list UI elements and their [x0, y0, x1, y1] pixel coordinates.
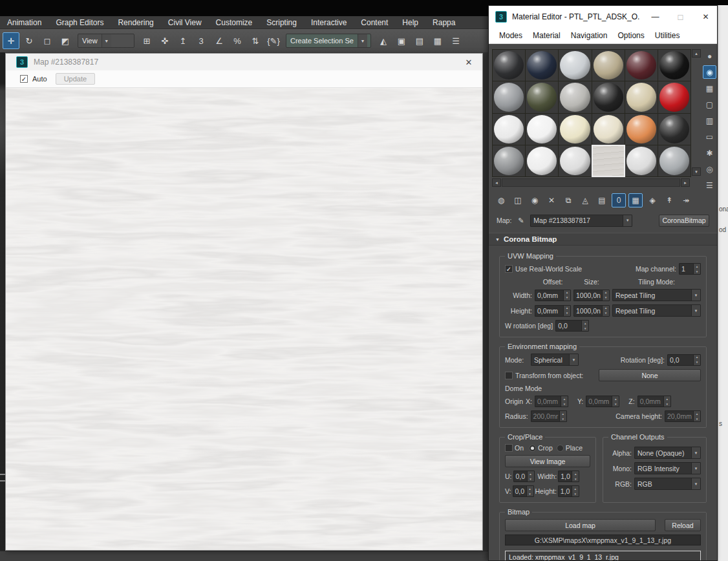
- environment-mode-dropdown[interactable]: Spherical: [531, 354, 579, 366]
- make-preview-icon[interactable]: ▭: [703, 130, 716, 143]
- crop-radio[interactable]: [529, 445, 536, 452]
- menu-item-scripting[interactable]: Scripting: [259, 16, 304, 28]
- align-icon[interactable]: ▣: [393, 32, 410, 49]
- window-crossing-selection-icon[interactable]: ◩: [57, 32, 74, 49]
- rectangular-selection-region-icon[interactable]: ◻: [39, 32, 56, 49]
- options-icon[interactable]: ✱: [703, 146, 716, 160]
- show-end-result-icon[interactable]: ◈: [645, 193, 659, 207]
- sample-uv-tiling-icon[interactable]: ▢: [703, 98, 716, 111]
- material-slot[interactable]: [625, 81, 658, 112]
- material-editor-title-bar[interactable]: Material Editor - PTL_PTL_ADSK_O...: [489, 6, 717, 28]
- spinner-arrows-icon[interactable]: [563, 306, 570, 316]
- height-size-spinner[interactable]: 1000,0n: [573, 305, 610, 317]
- select-and-manipulate-icon[interactable]: ✜: [156, 32, 173, 49]
- material-slot[interactable]: [658, 50, 691, 81]
- assign-material-to-selection-icon[interactable]: ◉: [528, 193, 542, 207]
- crop-width-spinner[interactable]: 1,0: [558, 471, 579, 482]
- origin-y-spinner[interactable]: 0,0mm: [586, 396, 619, 407]
- material-slot[interactable]: [592, 114, 625, 145]
- toggle-layer-explorer-icon[interactable]: ▦: [429, 32, 446, 49]
- put-to-library-icon[interactable]: ▤: [595, 193, 609, 207]
- spinner-arrows-icon[interactable]: [572, 486, 579, 496]
- show-material-in-viewport-icon[interactable]: ▦: [628, 193, 643, 207]
- width-offset-spinner[interactable]: 0,0mm: [535, 290, 571, 301]
- material-slot[interactable]: [493, 50, 525, 81]
- spinner-snap-toggle-icon[interactable]: ⇅: [247, 32, 264, 49]
- menu-item-civil-view[interactable]: Civil View: [161, 16, 209, 28]
- toggle-scene-explorer-icon[interactable]: ▤: [411, 32, 428, 49]
- transform-object-none-button[interactable]: None: [599, 369, 701, 381]
- update-button[interactable]: Update: [56, 73, 95, 85]
- me-menu-material[interactable]: Material: [528, 31, 566, 40]
- material-slot[interactable]: [625, 145, 658, 176]
- spinner-arrows-icon[interactable]: [561, 396, 568, 407]
- spinner-arrows-icon[interactable]: [663, 396, 670, 407]
- material-slot[interactable]: [526, 114, 558, 145]
- material-slot[interactable]: [559, 81, 591, 112]
- alpha-dropdown[interactable]: None (Opaque): [634, 447, 701, 459]
- toggle-ribbon-icon[interactable]: ☰: [447, 32, 464, 49]
- material-slot[interactable]: [493, 145, 525, 176]
- radius-spinner[interactable]: 200,0mr: [531, 410, 567, 422]
- origin-x-spinner[interactable]: 0,0mm: [535, 396, 568, 407]
- reload-button[interactable]: Reload: [665, 519, 701, 531]
- menu-item-interactive[interactable]: Interactive: [304, 16, 354, 28]
- slots-scroll-right-button[interactable]: ►: [681, 178, 690, 187]
- transform-from-object-checkbox[interactable]: [505, 372, 513, 379]
- view-dropdown[interactable]: View▼: [78, 34, 134, 48]
- close-button[interactable]: [696, 9, 716, 25]
- view-image-button[interactable]: View Image: [505, 455, 590, 467]
- material-slot[interactable]: [559, 145, 591, 176]
- get-material-icon[interactable]: ◍: [494, 193, 508, 207]
- me-menu-modes[interactable]: Modes: [494, 31, 528, 40]
- snaps-toggle-3d-icon[interactable]: 3: [193, 32, 209, 49]
- use-real-world-scale-checkbox[interactable]: [505, 265, 513, 273]
- material-slot[interactable]: [592, 145, 625, 176]
- bitmap-status-box[interactable]: Loaded: xmppmax_v1_9_1_13_r.jpg: [505, 551, 701, 560]
- origin-z-spinner[interactable]: 0,0mm: [637, 396, 671, 407]
- slots-scroll-left-button[interactable]: ◄: [492, 178, 501, 187]
- material-slot[interactable]: [526, 81, 558, 112]
- select-and-place-icon[interactable]: ↥: [175, 32, 191, 49]
- v-spinner[interactable]: 0,0: [513, 485, 534, 497]
- u-spinner[interactable]: 0,0: [513, 471, 535, 482]
- map-name-dropdown[interactable]: Map #2138387817: [530, 215, 632, 227]
- spinner-arrows-icon[interactable]: [612, 396, 619, 407]
- minimize-button[interactable]: [645, 9, 665, 25]
- material-slot[interactable]: [625, 50, 658, 81]
- me-menu-utilities[interactable]: Utilities: [650, 31, 685, 40]
- material-slot[interactable]: [526, 145, 558, 176]
- material-slot[interactable]: [658, 145, 691, 176]
- spinner-arrows-icon[interactable]: [602, 290, 609, 301]
- me-menu-options[interactable]: Options: [612, 31, 649, 40]
- menu-item-content[interactable]: Content: [354, 16, 395, 28]
- backlight-icon[interactable]: ◉: [703, 65, 716, 79]
- material-slot[interactable]: [493, 81, 525, 112]
- material-slot[interactable]: [526, 50, 558, 81]
- material-slot[interactable]: [559, 50, 591, 81]
- menu-item-rendering[interactable]: Rendering: [111, 16, 160, 28]
- eyedropper-icon[interactable]: [516, 215, 526, 226]
- close-icon[interactable]: [459, 55, 478, 69]
- material-slot[interactable]: [559, 114, 591, 145]
- material-map-navigator-icon[interactable]: ☰: [703, 178, 716, 192]
- spinner-arrows-icon[interactable]: [527, 471, 534, 482]
- select-by-material-icon[interactable]: ◎: [703, 162, 716, 176]
- corona-bitmap-rollout-header[interactable]: Corona Bitmap: [489, 233, 717, 246]
- camera-height-spinner[interactable]: 20,0mm: [665, 410, 701, 422]
- menu-item-animation[interactable]: Animation: [0, 16, 48, 28]
- slots-scroll-down-button[interactable]: ▼: [692, 167, 701, 176]
- crop-height-spinner[interactable]: 1,0: [558, 485, 579, 497]
- menu-item-customize[interactable]: Customize: [209, 16, 260, 28]
- rgb-dropdown[interactable]: RGB: [634, 478, 701, 490]
- width-size-spinner[interactable]: 1000,0n: [573, 290, 610, 301]
- map-type-button[interactable]: CoronaBitmap: [659, 215, 709, 227]
- spinner-arrows-icon[interactable]: [581, 321, 588, 331]
- redo-icon[interactable]: ↻: [21, 32, 37, 49]
- place-radio[interactable]: [557, 445, 564, 452]
- material-id-channel-icon[interactable]: 0: [612, 193, 626, 207]
- make-unique-icon[interactable]: ◬: [578, 193, 592, 207]
- load-map-button[interactable]: Load map: [505, 519, 656, 531]
- pivot-center-icon[interactable]: ⊞: [138, 32, 155, 49]
- material-slot[interactable]: [493, 114, 525, 145]
